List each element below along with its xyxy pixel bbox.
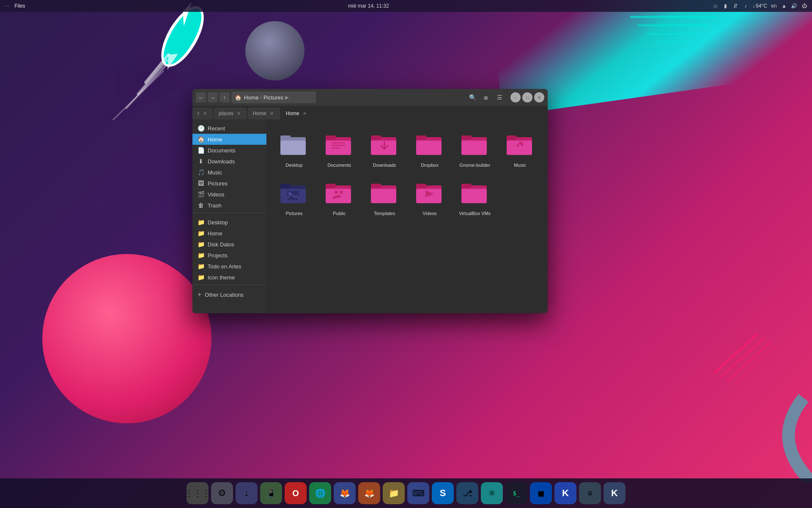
svg-line-14 <box>727 343 770 381</box>
home2-folder-icon: 📁 <box>198 230 204 237</box>
dock-opera[interactable]: O <box>285 482 307 504</box>
sidebar-item-disk-datos[interactable]: 📁 Disk Datos <box>192 239 266 250</box>
back-button[interactable]: ← <box>196 92 206 102</box>
svg-rect-59 <box>461 184 472 188</box>
file-item-dropbox[interactable]: Dropbox <box>409 126 451 171</box>
topbar-right: ◇ ▮ ⇵ ♪ ↓ 64°C en ▲ 🔊 ⏻ <box>712 3 808 9</box>
sidebar-item-home[interactable]: 🏠 Home <box>192 134 266 145</box>
tab-places-label: places <box>219 110 233 116</box>
dock-atom[interactable]: ⚛ <box>481 482 503 504</box>
tab-home-active[interactable]: Home ✕ <box>281 108 313 119</box>
dock-chrome[interactable]: 🌐 <box>309 482 331 504</box>
file-item-virtualbox[interactable]: VirtualBox VMs <box>454 174 496 219</box>
view-list-button[interactable]: ≣ <box>480 91 492 103</box>
locale-icon[interactable]: en <box>771 3 777 9</box>
breadcrumb-bar[interactable]: 🏠 Home / Pictures ▶ <box>231 91 316 103</box>
svg-rect-55 <box>416 184 426 188</box>
close-button[interactable]: ✕ <box>534 92 544 102</box>
tab-places-close[interactable]: ✕ <box>236 110 242 116</box>
dropbox-icon[interactable]: ◇ <box>712 3 719 9</box>
pictures-icon: 🖼 <box>198 180 204 187</box>
other-locations-plus-icon: + <box>198 291 201 298</box>
breadcrumb-home[interactable]: Home <box>244 94 259 101</box>
wifi-icon[interactable]: ▲ <box>781 3 787 9</box>
file-item-videos[interactable]: Videos <box>409 174 451 219</box>
file-item-pictures[interactable]: Pictures <box>273 174 315 219</box>
dock-blue[interactable]: ◼ <box>530 482 552 504</box>
tab-home-active-close[interactable]: ✕ <box>302 110 308 116</box>
network-icon[interactable]: ⇵ <box>732 3 739 9</box>
tab-home1-close[interactable]: ✕ <box>269 110 275 116</box>
sidebar-item-desktop[interactable]: 📁 Desktop <box>192 217 266 228</box>
dock-devhelp[interactable]: ⌨ <box>407 482 429 504</box>
breadcrumb-sub[interactable]: Pictures <box>263 94 283 101</box>
file-item-public[interactable]: Public <box>318 174 360 219</box>
maximize-button[interactable]: □ <box>522 92 532 102</box>
dock-firefox-dev[interactable]: 🦊 <box>334 482 356 504</box>
dock-install[interactable]: ↓ <box>236 482 258 504</box>
file-grid: Desktop Documents <box>266 119 548 313</box>
dock-taskwarrior[interactable]: ≡ <box>579 482 601 504</box>
sidebar-item-downloads[interactable]: ⬇ Downloads <box>192 156 266 167</box>
battery-icon: ▮ <box>722 3 729 9</box>
file-item-documents[interactable]: Documents <box>318 126 360 171</box>
audio-icon[interactable]: ♪ <box>742 3 749 9</box>
dock-phone[interactable]: 📱 <box>260 482 282 504</box>
sidebar-item-videos[interactable]: 🎬 Videos <box>192 189 266 200</box>
tab-home1[interactable]: Home ✕ <box>248 108 280 119</box>
tab-0[interactable]: r ✕ <box>192 108 213 119</box>
sidebar-label-disk-datos: Disk Datos <box>208 241 234 248</box>
sidebar-label-desktop: Desktop <box>208 219 228 226</box>
folder-icon-videos <box>414 178 445 208</box>
dock-skype[interactable]: S <box>432 482 454 504</box>
dock-files[interactable]: 📁 <box>383 482 405 504</box>
dock-krita[interactable]: K <box>554 482 576 504</box>
file-item-templates[interactable]: Templates <box>364 174 406 219</box>
tab-0-close[interactable]: ✕ <box>202 110 208 116</box>
dock-git[interactable]: ⎇ <box>456 482 478 504</box>
svg-rect-58 <box>461 189 487 203</box>
file-name-templates: Templates <box>374 211 395 216</box>
view-menu-button[interactable]: ☰ <box>494 91 505 103</box>
file-item-music[interactable]: Music <box>499 126 541 171</box>
dock-firefox[interactable]: 🦊 <box>358 482 380 504</box>
recent-icon: 🕐 <box>198 125 204 132</box>
minimize-button[interactable]: − <box>510 92 521 102</box>
sidebar-item-home2[interactable]: 📁 Home <box>192 228 266 239</box>
sidebar-item-music[interactable]: 🎵 Music <box>192 167 266 178</box>
dock-terminal[interactable]: $_ <box>505 482 527 504</box>
file-item-downloads[interactable]: Downloads <box>364 126 406 171</box>
file-name-videos: Videos <box>422 211 436 216</box>
up-button[interactable]: ↑ <box>219 92 230 102</box>
svg-rect-18 <box>280 141 306 155</box>
volume-icon[interactable]: 🔊 <box>791 3 798 9</box>
tab-places[interactable]: places ✕ <box>214 108 247 119</box>
topbar-dots[interactable]: ··· <box>4 3 9 8</box>
sidebar-item-todo[interactable]: 📁 Todo en Artes <box>192 261 266 272</box>
todo-icon: 📁 <box>198 263 204 270</box>
power-icon[interactable]: ⏻ <box>801 3 808 9</box>
sidebar-label-other-locations: Other Locations <box>205 292 244 298</box>
dock-kdenlive[interactable]: K <box>604 482 625 504</box>
folder-icon-documents <box>324 130 354 160</box>
sidebar-item-pictures[interactable]: 🖼 Pictures <box>192 178 266 189</box>
search-button[interactable]: 🔍 <box>466 91 478 103</box>
file-item-gnome-builder[interactable]: Gnome-builder <box>454 126 496 171</box>
svg-point-49 <box>340 190 343 194</box>
sidebar-item-icon-theme[interactable]: 📁 Icon theme <box>192 272 266 283</box>
sidebar-item-documents[interactable]: 📄 Documents <box>192 145 266 156</box>
sidebar-label-downloads: Downloads <box>208 158 235 165</box>
sidebar-item-projects[interactable]: 📁 Projects <box>192 250 266 261</box>
tab-home-active-label: Home <box>286 110 299 116</box>
svg-rect-28 <box>371 135 381 140</box>
sidebar-item-other-locations[interactable]: + Other Locations <box>192 289 266 301</box>
forward-button[interactable]: → <box>208 92 218 102</box>
sidebar-item-recent[interactable]: 🕐 Recent <box>192 123 266 134</box>
svg-rect-47 <box>326 184 336 188</box>
projects-icon: 📁 <box>198 252 204 259</box>
dock-apps[interactable]: ⋮⋮⋮ <box>187 482 208 504</box>
sidebar-item-trash[interactable]: 🗑 Trash <box>192 200 266 211</box>
folder-icon-gnome-builder <box>460 130 490 160</box>
file-item-desktop[interactable]: Desktop <box>273 126 315 171</box>
dock-settings[interactable]: ⚙ <box>211 482 233 504</box>
